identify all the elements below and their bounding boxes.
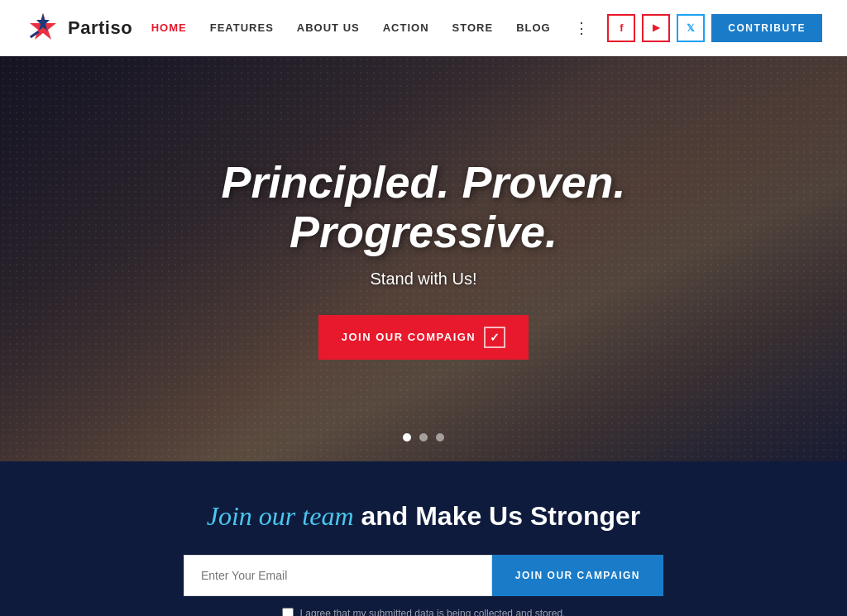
consent-row: I agree that my submitted data is being … <box>282 608 566 616</box>
join-cursive-text: Join our team <box>207 501 354 531</box>
twitter-social-btn[interactable]: 𝕏 <box>677 14 705 42</box>
email-form: JOIN OUR CAMPAIGN <box>184 555 663 596</box>
contribute-button[interactable]: CONTRIBUTE <box>711 14 822 42</box>
hero-dot-2[interactable] <box>419 433 428 442</box>
hero-content: Principled. Proven. Progressive. Stand w… <box>0 56 847 461</box>
hero-cta-label: JOIN OUR COMPAIGN <box>342 331 476 343</box>
youtube-social-btn[interactable]: ▶ <box>642 14 670 42</box>
bottom-section: Join our team and Make Us Stronger JOIN … <box>0 461 847 616</box>
facebook-social-btn[interactable]: f <box>607 14 635 42</box>
hero-dots <box>403 433 444 442</box>
hero-dot-3[interactable] <box>436 433 444 442</box>
hero-cta-button[interactable]: JOIN OUR COMPAIGN ✓ <box>318 315 529 360</box>
consent-checkbox[interactable] <box>282 608 294 616</box>
nav-item-about[interactable]: ABOUT US <box>297 21 360 34</box>
hero-dot-1[interactable] <box>403 433 411 442</box>
nav-more-icon[interactable]: ⋮ <box>574 21 589 36</box>
hero-cta-checkbox-icon: ✓ <box>484 327 505 348</box>
twitter-icon: 𝕏 <box>687 22 695 34</box>
header: Partiso HOME FEATURES ABOUT US ACTION ST… <box>0 0 847 56</box>
hero-headline-line1: Principled. Proven. <box>221 157 625 207</box>
consent-text: I agree that my submitted data is being … <box>300 608 566 616</box>
nav-item-features[interactable]: FEATURES <box>210 21 274 34</box>
join-bold-text: and Make Us Stronger <box>361 501 640 531</box>
email-input[interactable] <box>184 555 492 596</box>
nav-item-action[interactable]: ACTION <box>383 21 429 34</box>
hero-section: Principled. Proven. Progressive. Stand w… <box>0 56 847 461</box>
nav-item-blog[interactable]: BLOG <box>516 21 551 34</box>
nav-item-store[interactable]: STORE <box>452 21 494 34</box>
logo-area: Partiso <box>25 10 132 46</box>
nav-item-home[interactable]: HOME <box>151 21 187 34</box>
join-headline: Join our team and Make Us Stronger <box>207 501 641 532</box>
facebook-icon: f <box>620 21 623 34</box>
logo-text: Partiso <box>68 17 132 39</box>
logo-icon <box>25 10 61 46</box>
hero-subtext: Stand with Us! <box>371 270 477 289</box>
main-nav: HOME FEATURES ABOUT US ACTION STORE BLOG… <box>151 21 589 36</box>
header-right: f ▶ 𝕏 CONTRIBUTE <box>607 14 822 42</box>
hero-headline: Principled. Proven. Progressive. <box>221 158 625 256</box>
hero-headline-line2: Progressive. <box>290 207 557 256</box>
email-submit-button[interactable]: JOIN OUR CAMPAIGN <box>492 555 663 596</box>
youtube-icon: ▶ <box>653 22 659 33</box>
